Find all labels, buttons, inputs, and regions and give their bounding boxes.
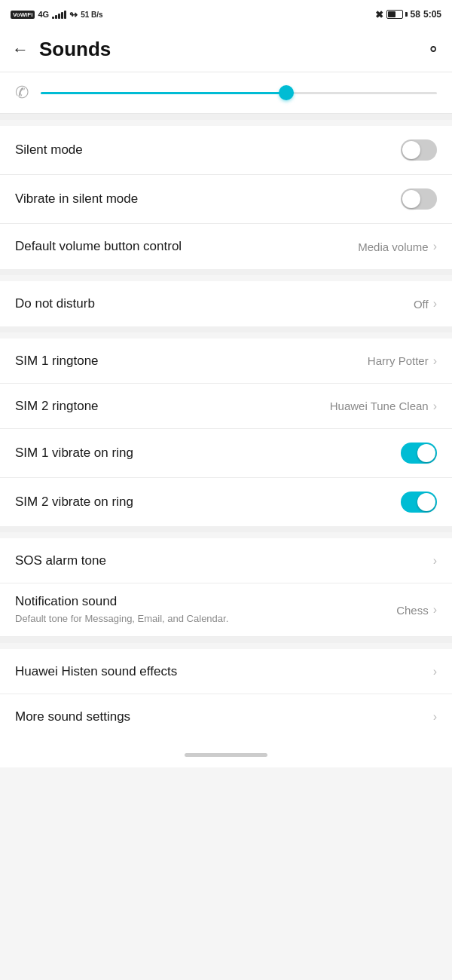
sim1-ringtone-value-text: Harry Potter	[368, 354, 429, 367]
status-bar: VoWiFi 4G ↬ 51 B/s ✖ 58 5:05	[0, 0, 452, 27]
vibrate-silent-row[interactable]: Vibrate in silent mode	[0, 175, 452, 224]
header-left: ← Sounds	[12, 38, 111, 61]
section-divider-4	[0, 526, 452, 532]
do-not-disturb-value: Off ›	[414, 297, 437, 311]
section-divider-3	[0, 326, 452, 332]
sim2-vibrate-knob	[417, 493, 435, 511]
sos-alarm-right: ›	[433, 554, 437, 568]
slider-track	[41, 92, 437, 94]
huawei-histen-row[interactable]: Huawei Histen sound effects ›	[0, 649, 452, 694]
sim2-ringtone-value: Huawei Tune Clean ›	[330, 400, 437, 413]
search-button[interactable]: ⚬	[426, 40, 440, 60]
chevron-icon: ›	[433, 297, 437, 311]
huawei-histen-right: ›	[433, 665, 437, 678]
page-header: ← Sounds ⚬	[0, 27, 452, 72]
status-right: ✖ 58 5:05	[375, 9, 441, 20]
notification-sound-title: Notification sound	[15, 594, 396, 609]
do-not-disturb-row[interactable]: Do not disturb Off ›	[0, 281, 452, 326]
section-divider-5	[0, 637, 452, 643]
sim2-ringtone-row[interactable]: SIM 2 ringtone Huawei Tune Clean ›	[0, 384, 452, 429]
section-divider-2	[0, 269, 452, 275]
battery-tip	[405, 12, 408, 17]
status-left: VoWiFi 4G ↬ 51 B/s	[11, 9, 103, 20]
sim2-vibrate-toggle[interactable]	[401, 492, 437, 513]
slider-fill	[41, 92, 286, 94]
data-speed: 51 B/s	[81, 11, 102, 19]
battery-fill	[388, 11, 396, 17]
vowifi-badge: VoWiFi	[11, 11, 35, 19]
volume-button-value-text: Media volume	[358, 240, 428, 253]
volume-button-value: Media volume ›	[358, 240, 437, 253]
sim1-vibrate-row[interactable]: SIM 1 vibrate on ring	[0, 429, 452, 478]
silent-mode-knob	[402, 141, 420, 159]
volume-slider[interactable]	[41, 85, 437, 100]
silent-mode-label: Silent mode	[15, 142, 83, 158]
settings-section-5: Huawei Histen sound effects › More sound…	[0, 649, 452, 740]
time-display: 5:05	[423, 9, 441, 20]
sim2-ringtone-label: SIM 2 ringtone	[15, 399, 99, 414]
volume-button-label: Default volume button control	[15, 239, 182, 254]
settings-section-1: Silent mode Vibrate in silent mode Defau…	[0, 126, 452, 269]
settings-section-2: Do not disturb Off ›	[0, 281, 452, 326]
more-sound-settings-label: More sound settings	[15, 709, 130, 724]
wifi-icon: ↬	[69, 9, 78, 20]
chevron-icon: ›	[433, 554, 437, 568]
vibrate-silent-toggle[interactable]	[401, 188, 437, 210]
do-not-disturb-label: Do not disturb	[15, 296, 95, 311]
more-sound-settings-right: ›	[433, 710, 437, 724]
notification-left: Notification sound Default tone for Mess…	[15, 594, 396, 626]
sos-alarm-row[interactable]: SOS alarm tone ›	[0, 538, 452, 583]
volume-button-row[interactable]: Default volume button control Media volu…	[0, 224, 452, 269]
notification-sound-value-text: Chess	[396, 604, 429, 617]
network-type: 4G	[38, 10, 49, 19]
settings-section-3: SIM 1 ringtone Harry Potter › SIM 2 ring…	[0, 338, 452, 526]
sim1-ringtone-label: SIM 1 ringtone	[15, 354, 99, 369]
chevron-icon: ›	[433, 665, 437, 678]
slider-thumb[interactable]	[279, 85, 294, 100]
sim2-vibrate-label: SIM 2 vibrate on ring	[15, 495, 133, 510]
home-bar	[185, 753, 267, 757]
phone-icon: ✆	[15, 83, 29, 103]
notification-sound-subtitle: Default tone for Messaging, Email, and C…	[15, 612, 396, 626]
back-button[interactable]: ←	[12, 40, 29, 60]
vibrate-silent-label: Vibrate in silent mode	[15, 191, 138, 207]
volume-section: ✆	[0, 72, 452, 114]
huawei-histen-label: Huawei Histen sound effects	[15, 664, 177, 679]
bluetooth-icon: ✖	[375, 9, 383, 20]
sim1-vibrate-label: SIM 1 vibrate on ring	[15, 446, 133, 461]
do-not-disturb-value-text: Off	[414, 298, 429, 311]
chevron-icon: ›	[433, 603, 437, 617]
sim1-vibrate-toggle[interactable]	[401, 443, 437, 464]
vibrate-silent-knob	[402, 190, 420, 208]
chevron-icon: ›	[433, 354, 437, 368]
battery-percent: 58	[411, 9, 420, 20]
settings-section-4: SOS alarm tone › Notification sound Defa…	[0, 538, 452, 637]
chevron-icon: ›	[433, 240, 437, 253]
chevron-icon: ›	[433, 710, 437, 724]
battery-indicator	[386, 10, 408, 19]
sim1-vibrate-knob	[417, 444, 435, 462]
battery-body	[386, 10, 403, 19]
sim1-ringtone-row[interactable]: SIM 1 ringtone Harry Potter ›	[0, 338, 452, 384]
sim2-ringtone-value-text: Huawei Tune Clean	[330, 400, 429, 412]
notification-sound-value: Chess ›	[396, 603, 437, 617]
signal-bars	[52, 10, 66, 19]
notification-sound-row[interactable]: Notification sound Default tone for Mess…	[0, 583, 452, 637]
home-indicator	[0, 740, 452, 767]
sim2-vibrate-row[interactable]: SIM 2 vibrate on ring	[0, 478, 452, 526]
sos-alarm-label: SOS alarm tone	[15, 553, 106, 568]
section-divider-1	[0, 114, 452, 120]
silent-mode-toggle[interactable]	[401, 139, 437, 161]
silent-mode-row[interactable]: Silent mode	[0, 126, 452, 175]
page-title: Sounds	[39, 38, 111, 61]
more-sound-settings-row[interactable]: More sound settings ›	[0, 694, 452, 740]
sim1-ringtone-value: Harry Potter ›	[368, 354, 437, 368]
chevron-icon: ›	[433, 400, 437, 413]
